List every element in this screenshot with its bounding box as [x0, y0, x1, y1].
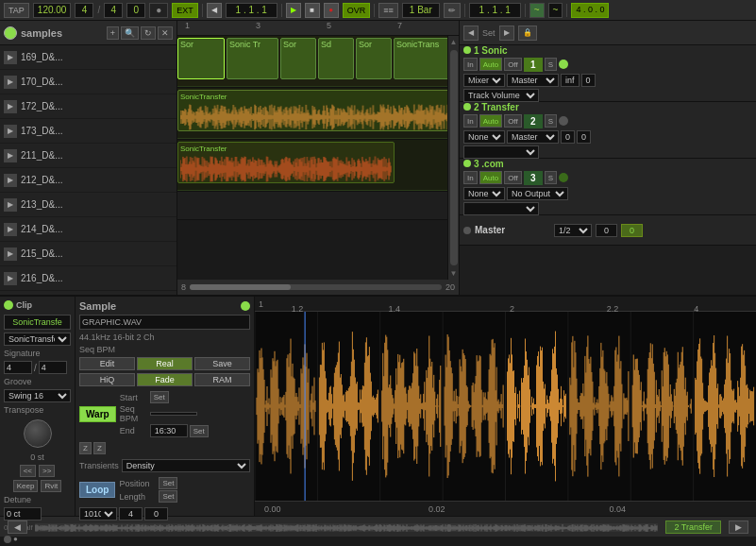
h-scroll-thumb[interactable]	[190, 284, 291, 290]
timeline-mark: 1	[185, 21, 190, 30]
fade-btn[interactable]: Fade	[137, 373, 193, 386]
sample-list-item[interactable]: ▶ 170_D&...	[0, 70, 176, 94]
track-3-auto-btn[interactable]: Auto	[479, 171, 502, 184]
mixer-back-btn[interactable]: ◀	[463, 26, 479, 41]
pencil-btn[interactable]: ✏	[444, 3, 461, 18]
list-item[interactable]: Sonic Tr	[227, 38, 278, 79]
warp-btn[interactable]: Warp	[79, 406, 116, 422]
tap-button[interactable]: TAP	[4, 3, 29, 18]
status-left-btn[interactable]: ◀	[8, 520, 27, 534]
sidebar-refresh-btn[interactable]: ↻	[141, 26, 156, 40]
list-item[interactable]: SonicTrans	[394, 38, 447, 79]
sample-list-item[interactable]: ▶ 215_D&...	[0, 242, 176, 266]
track-1-routing-select[interactable]: Mixer	[463, 74, 505, 87]
density-select[interactable]: Density	[122, 459, 250, 472]
ext-button[interactable]: EXT	[172, 3, 198, 18]
track-content-3[interactable]: SonicTransfer	[177, 140, 447, 191]
sample-list-item[interactable]: ▶ 217_D&...	[0, 291, 176, 295]
track-content-2[interactable]: SonicTransfer	[177, 88, 447, 139]
track-content-4[interactable]	[177, 192, 447, 219]
track-1-auto-btn[interactable]: Auto	[479, 58, 502, 71]
ovr-button[interactable]: OVR	[343, 3, 371, 18]
track-2-s-btn[interactable]: S	[545, 114, 557, 128]
scroll-thumb[interactable]	[450, 50, 458, 265]
sample-list-item[interactable]: ▶ 169_D&...	[0, 45, 176, 70]
track-2-in-btn[interactable]: In	[463, 114, 478, 128]
sample-list-item[interactable]: ▶ 216_D&...	[0, 266, 176, 291]
status-right-btn[interactable]: ▶	[729, 520, 748, 534]
time-sig-num[interactable]: 4	[75, 3, 93, 18]
track-3-routing-select[interactable]: None	[463, 187, 505, 200]
list-item[interactable]: Sor	[356, 38, 392, 79]
sidebar-search-btn[interactable]: 🔍	[121, 26, 139, 40]
list-item[interactable]: SonicTransfer	[177, 90, 447, 131]
length-set-btn[interactable]: Set	[159, 490, 177, 503]
list-item[interactable]: Sd	[318, 38, 354, 79]
start-set-btn[interactable]: Set	[150, 391, 169, 403]
hiq-btn[interactable]: HiQ	[79, 373, 135, 386]
track-1-volume-select[interactable]: Track Volume	[463, 89, 539, 102]
rvit-btn[interactable]: Rvit	[41, 480, 61, 492]
sample-list-item[interactable]: ▶ 212_D&...	[0, 168, 176, 193]
track-1-dest-select[interactable]: Master	[507, 74, 559, 87]
next-btn[interactable]: >>	[39, 465, 55, 477]
sidebar-add-btn[interactable]: +	[107, 26, 119, 40]
right-scrollbar[interactable]: ▲ ▼	[447, 36, 459, 280]
sig-num-input[interactable]	[4, 361, 32, 374]
position-set-btn[interactable]: Set	[159, 477, 177, 489]
sample-list-item[interactable]: ▶ 172_D&...	[0, 94, 176, 119]
record-button[interactable]: ●	[324, 3, 339, 18]
track-3-off-btn[interactable]: Off	[504, 171, 522, 184]
track-3-dest-select[interactable]: No Output	[507, 187, 568, 200]
play-button[interactable]: ▶	[286, 3, 301, 18]
time-sig-den[interactable]: 4	[104, 3, 123, 18]
scroll-down-arrow[interactable]: ▼	[450, 269, 458, 278]
track-2-off-btn[interactable]: Off	[504, 114, 522, 128]
mixer-btn[interactable]: ≡≡	[378, 3, 398, 18]
transpose-knob[interactable]	[24, 419, 52, 448]
end-set-btn[interactable]: Set	[190, 425, 209, 437]
clip-select[interactable]: SonicTransfe	[4, 333, 71, 346]
prev-btn[interactable]: <<	[20, 465, 36, 477]
track-3-s-btn[interactable]: S	[545, 171, 557, 184]
loop-btn[interactable]: Loop	[79, 482, 115, 498]
groove-select[interactable]: Swing 16	[4, 389, 71, 402]
sidebar-close-btn[interactable]: ✕	[158, 26, 173, 40]
ram-btn[interactable]: RAM	[194, 373, 250, 386]
track-2-dest-select[interactable]: Master	[507, 130, 559, 144]
track-1-in-btn[interactable]: In	[463, 58, 478, 71]
save-btn[interactable]: Save	[194, 357, 250, 370]
track-2-auto-btn[interactable]: Auto	[479, 114, 502, 128]
track-content-1[interactable]: Sor Sonic Tr Sor Sd Sor SonicTrans Sor S…	[177, 36, 447, 87]
track-1-off-btn[interactable]: Off	[504, 58, 522, 71]
sample-list-item[interactable]: ▶ 214_D&...	[0, 217, 176, 242]
back-button[interactable]: ◀	[207, 3, 222, 18]
h-scroll-track[interactable]	[190, 284, 442, 290]
z-plus-btn[interactable]: Z	[93, 442, 106, 454]
transpose-select[interactable]: 1010	[79, 507, 117, 520]
sample-list-item[interactable]: ▶ 213_D&...	[0, 193, 176, 217]
track-1-s-btn[interactable]: S	[545, 58, 557, 71]
mixer-fwd-btn[interactable]: ▶	[499, 26, 514, 41]
edit-btn[interactable]: Edit	[79, 357, 135, 370]
track-2-routing-select[interactable]: None	[463, 130, 505, 144]
sig-den-input[interactable]	[39, 361, 67, 374]
detune-input[interactable]	[4, 507, 42, 520]
list-item[interactable]: Sor	[177, 38, 225, 79]
sample-list-item[interactable]: ▶ 211_D&...	[0, 144, 176, 168]
z-minus-btn[interactable]: Z	[79, 442, 92, 454]
clip-name[interactable]: SonicTransfe	[4, 315, 71, 330]
track-3-in-btn[interactable]: In	[463, 171, 478, 184]
master-routing-select[interactable]: 1/2	[554, 224, 592, 237]
track-3-extra-select[interactable]	[463, 202, 539, 215]
scroll-up-arrow[interactable]: ▲	[450, 38, 458, 46]
keep-btn[interactable]: Keep	[13, 480, 39, 492]
list-item[interactable]: SonicTransfer	[177, 142, 395, 183]
list-item[interactable]: Sor	[280, 38, 316, 79]
sample-list-item[interactable]: ▶ 173_D&...	[0, 119, 176, 144]
stop-button[interactable]: ■	[305, 3, 320, 18]
track-2-extra-select[interactable]	[463, 145, 539, 159]
real-btn[interactable]: Real	[137, 357, 193, 370]
mixer-lock-btn[interactable]: 🔒	[518, 26, 537, 41]
bpm-display[interactable]: 120.00	[33, 3, 72, 18]
